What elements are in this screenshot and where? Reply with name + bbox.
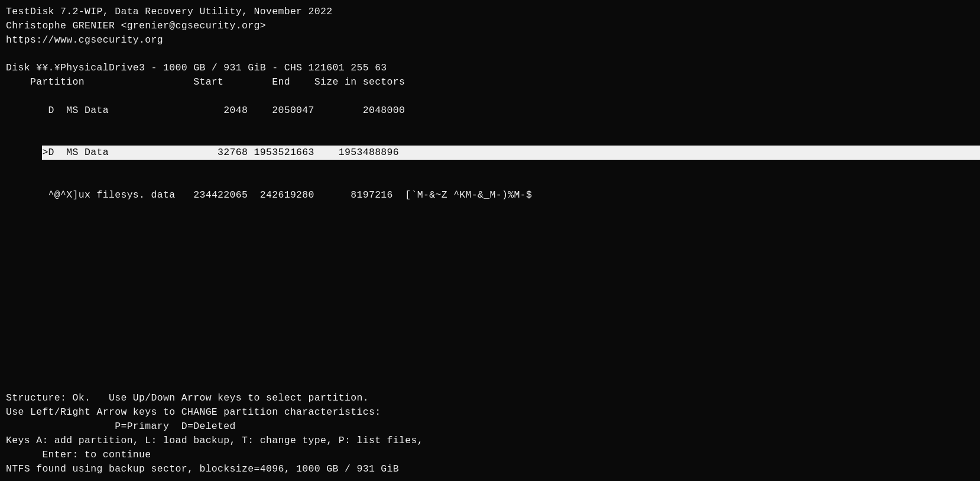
partition-row-2[interactable]: >D MS Data 32768 1953521663 1953488896 <box>6 132 974 175</box>
footer-line1: Structure: Ok. Use Up/Down Arrow keys to… <box>6 391 423 405</box>
footer-line2: Use Left/Right Arrow keys to CHANGE part… <box>6 405 423 419</box>
partition-row-3[interactable]: ^@^X]ux filesys. data 234422065 24261928… <box>6 174 974 217</box>
footer-line3: P=Primary D=Deleted <box>6 419 423 434</box>
footer-section: Structure: Ok. Use Up/Down Arrow keys to… <box>6 391 423 476</box>
partition-header: Partition Start End Size in sectors <box>6 75 974 89</box>
footer-line6: NTFS found using backup sector, blocksiz… <box>6 462 423 476</box>
partition-row-1[interactable]: D MS Data 2048 2050047 2048000 <box>6 89 974 132</box>
disk-info: Disk ¥¥.¥PhysicalDrive3 - 1000 GB / 931 … <box>6 61 974 75</box>
terminal-window: TestDisk 7.2-WIP, Data Recovery Utility,… <box>6 5 974 476</box>
header-line3: https://www.cgsecurity.org <box>6 33 974 47</box>
partition-table: Partition Start End Size in sectors D MS… <box>6 75 974 217</box>
header-line1: TestDisk 7.2-WIP, Data Recovery Utility,… <box>6 5 974 19</box>
blank-line1 <box>6 47 974 61</box>
header-line2: Christophe GRENIER <grenier@cgsecurity.o… <box>6 19 974 33</box>
footer-line5: Enter: to continue <box>6 448 423 462</box>
footer-line4: Keys A: add partition, L: load backup, T… <box>6 434 423 448</box>
